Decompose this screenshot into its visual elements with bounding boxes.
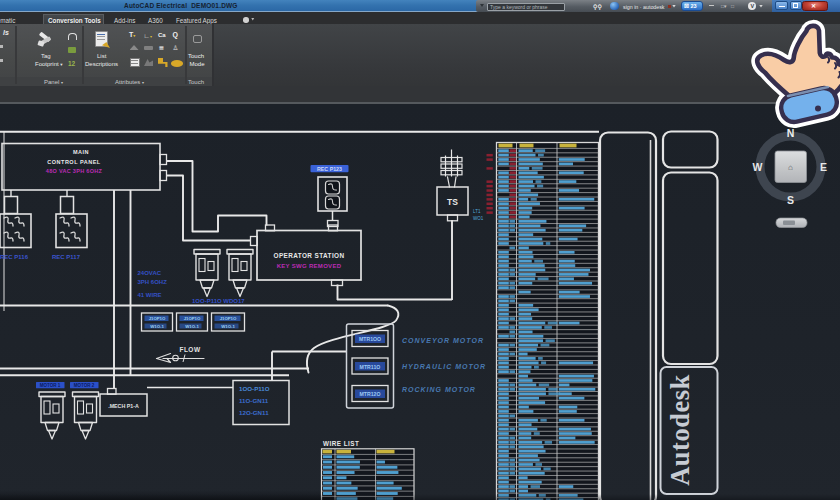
svg-text:24OVAC: 24OVAC [138, 270, 162, 276]
svg-text:MTR1OO: MTR1OO [359, 336, 381, 342]
svg-text:MTR12O: MTR12O [359, 391, 380, 397]
svg-text:HYDRAULIC MOTOR: HYDRAULIC MOTOR [402, 363, 486, 370]
svg-text:1OO-P11O WDO17: 1OO-P11O WDO17 [192, 298, 245, 304]
svg-text:W: W [753, 161, 763, 173]
svg-text:CONTROL PANEL: CONTROL PANEL [47, 159, 100, 165]
svg-text:41 WIRE: 41 WIRE [138, 292, 162, 298]
svg-text:.MECH P1-A: .MECH P1-A [108, 403, 139, 409]
svg-text:12O-GN11: 12O-GN11 [239, 409, 269, 416]
svg-text:WO1: WO1 [473, 216, 484, 221]
svg-text:1OO-P11O: 1OO-P11O [239, 385, 270, 392]
svg-text:3PH 6OHZ: 3PH 6OHZ [138, 279, 168, 285]
svg-text:48O VAC 3PH 6OHZ: 48O VAC 3PH 6OHZ [46, 168, 103, 174]
svg-text:E: E [820, 161, 827, 173]
svg-text:N: N [787, 127, 795, 139]
svg-text:J1OP1O: J1OP1O [220, 316, 237, 321]
svg-text:Autodesk: Autodesk [665, 374, 695, 486]
svg-text:REC P123: REC P123 [317, 166, 342, 172]
svg-text:11O-GN11: 11O-GN11 [239, 397, 269, 404]
svg-text:KEY SWG REMOVED: KEY SWG REMOVED [277, 263, 342, 269]
svg-text:W1O-1: W1O-1 [185, 324, 199, 329]
svg-text:S: S [787, 194, 794, 206]
svg-text:CONVEYOR MOTOR: CONVEYOR MOTOR [402, 337, 484, 344]
svg-text:REC P116: REC P116 [0, 254, 29, 260]
svg-text:FLOW: FLOW [179, 346, 200, 353]
svg-text:MAIN: MAIN [73, 149, 89, 155]
svg-text:MOTOR 1: MOTOR 1 [40, 383, 61, 388]
svg-text:W1O-1: W1O-1 [150, 324, 164, 329]
svg-text:MOTOR 2: MOTOR 2 [74, 383, 95, 388]
svg-text:OPERATOR STATION: OPERATOR STATION [274, 252, 345, 259]
svg-text:MTR11O: MTR11O [360, 364, 381, 370]
svg-text:TS: TS [447, 197, 458, 207]
svg-text:REC P117: REC P117 [52, 254, 81, 260]
svg-text:WIRE LIST: WIRE LIST [323, 440, 359, 447]
svg-text:J1OP1O: J1OP1O [149, 316, 166, 321]
svg-text:J1OP1O: J1OP1O [184, 316, 201, 321]
svg-text:⌂: ⌂ [788, 163, 793, 172]
svg-text:LT1: LT1 [473, 209, 481, 214]
svg-text:W1O-1: W1O-1 [221, 324, 235, 329]
svg-text:ROCKING MOTOR: ROCKING MOTOR [402, 386, 476, 393]
